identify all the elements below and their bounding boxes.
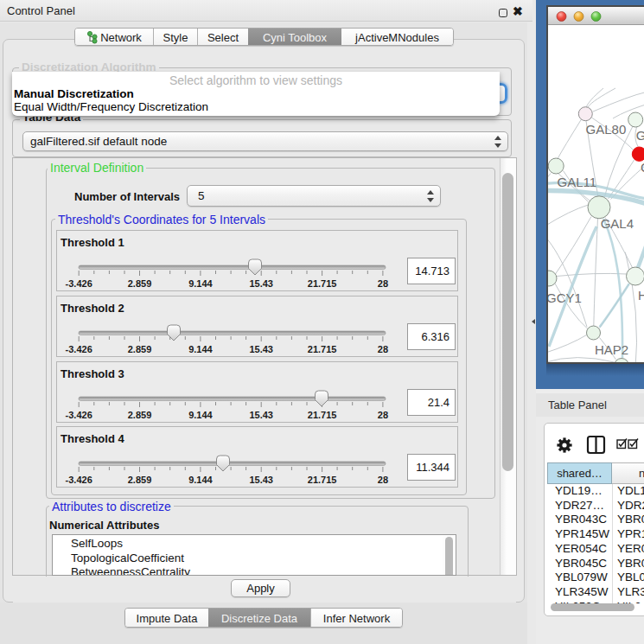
svg-text:15.43: 15.43 bbox=[249, 278, 273, 289]
svg-text:9.144: 9.144 bbox=[188, 278, 213, 289]
svg-text:28: 28 bbox=[378, 410, 388, 420]
svg-text:21.715: 21.715 bbox=[308, 475, 337, 485]
svg-text:15.43: 15.43 bbox=[249, 344, 273, 354]
svg-text:2.859: 2.859 bbox=[128, 344, 152, 354]
svg-text:GA: GA bbox=[636, 128, 644, 143]
svg-text:9.144: 9.144 bbox=[188, 410, 213, 420]
svg-text:21.715: 21.715 bbox=[308, 278, 337, 289]
svg-text:2.859: 2.859 bbox=[128, 410, 152, 420]
svg-text:28: 28 bbox=[378, 278, 388, 289]
svg-text:28: 28 bbox=[378, 344, 388, 354]
svg-text:9.144: 9.144 bbox=[188, 475, 213, 485]
svg-text:21.715: 21.715 bbox=[308, 344, 337, 354]
svg-text:GAL4: GAL4 bbox=[601, 216, 634, 231]
svg-text:9.144: 9.144 bbox=[188, 344, 213, 354]
svg-text:GCY1: GCY1 bbox=[548, 290, 582, 305]
svg-text:-3.426: -3.426 bbox=[66, 278, 92, 289]
svg-text:GAL80: GAL80 bbox=[586, 122, 627, 137]
svg-text:21.715: 21.715 bbox=[308, 410, 337, 420]
svg-text:-3.426: -3.426 bbox=[66, 344, 92, 354]
svg-text:HAP2: HAP2 bbox=[595, 342, 628, 357]
svg-text:15.43: 15.43 bbox=[249, 410, 273, 420]
svg-text:-3.426: -3.426 bbox=[66, 410, 92, 420]
svg-text:G: G bbox=[641, 160, 644, 175]
svg-text:HA: HA bbox=[638, 288, 644, 303]
svg-text:2.859: 2.859 bbox=[128, 278, 152, 289]
svg-text:15.43: 15.43 bbox=[249, 475, 273, 485]
svg-text:GAL11: GAL11 bbox=[558, 175, 597, 189]
svg-text:-3.426: -3.426 bbox=[66, 475, 92, 485]
svg-text:28: 28 bbox=[378, 475, 388, 485]
svg-text:2.859: 2.859 bbox=[128, 475, 152, 485]
